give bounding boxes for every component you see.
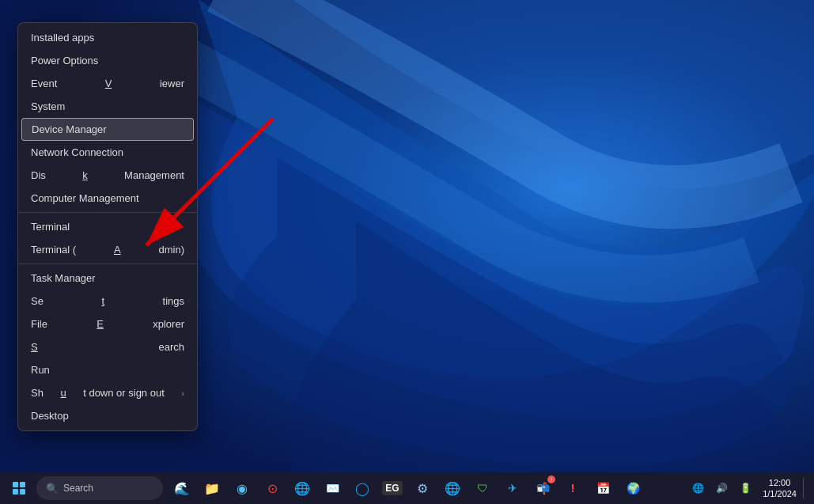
- menu-item-computer-management[interactable]: Computer Management: [18, 187, 197, 210]
- menu-item-device-manager[interactable]: Device Manager: [21, 118, 194, 141]
- menu-item-desktop[interactable]: Desktop: [18, 404, 197, 427]
- network-icon: 🌐: [692, 483, 704, 494]
- taskbar-search-label: Search: [63, 483, 93, 494]
- files-icon: 📁: [204, 481, 220, 496]
- menu-item-task-manager[interactable]: Task Manager: [18, 267, 197, 290]
- widgets-icon: 🌊: [174, 481, 190, 496]
- taskbar-badge-button[interactable]: 📬 !: [528, 474, 557, 502]
- taskbar-search[interactable]: 🔍 Search: [36, 476, 163, 500]
- menu-item-file-explorer[interactable]: File Explorer: [18, 313, 197, 335]
- taskbar-excl-button[interactable]: !: [558, 474, 587, 502]
- taskbar-calendar-app-button[interactable]: 📅: [589, 474, 617, 502]
- system-tray: 🌐 🔊 🔋 12:001/1/2024: [687, 477, 808, 499]
- steam-icon: ⚙: [417, 481, 428, 496]
- clock-display: 12:001/1/2024: [763, 477, 797, 500]
- taskbar-steam-button[interactable]: ⚙: [408, 474, 437, 502]
- ie-icon: 🌐: [445, 481, 460, 496]
- tray-network[interactable]: 🌐: [687, 477, 709, 499]
- telegram-icon: ✈: [508, 482, 517, 495]
- taskbar-files-button[interactable]: 📁: [198, 474, 226, 502]
- taskbar-chrome2-button[interactable]: 🌍: [619, 474, 647, 502]
- taskbar-edge-button[interactable]: ◉: [228, 474, 256, 502]
- menu-item-power-options[interactable]: Power Options: [18, 49, 197, 72]
- edge-icon: ◉: [237, 481, 248, 496]
- taskbar-chrome-button[interactable]: 🌐: [288, 474, 316, 502]
- taskbar-vpn-button[interactable]: 🛡: [468, 474, 497, 502]
- menu-item-terminal-admin[interactable]: Terminal (Admin): [18, 238, 197, 261]
- opera-icon: ⊙: [267, 481, 278, 496]
- desktop: Installed appsPower OptionsEvent ViewerS…: [0, 0, 814, 504]
- tray-battery[interactable]: 🔋: [734, 477, 756, 499]
- menu-item-installed-apps[interactable]: Installed apps: [18, 26, 197, 49]
- mail-icon: ✉️: [326, 482, 339, 495]
- menu-divider: [18, 263, 197, 264]
- epic-icon: EG: [382, 481, 402, 495]
- menu-item-settings[interactable]: Settings: [18, 290, 197, 313]
- menu-item-shut-down[interactable]: Shut down or sign out›: [18, 381, 197, 404]
- taskbar-ie-button[interactable]: 🌐: [438, 474, 467, 502]
- search-icon: 🔍: [46, 483, 59, 495]
- windows-icon: [13, 482, 25, 495]
- menu-item-event-viewer[interactable]: Event Viewer: [18, 72, 197, 95]
- submenu-arrow-icon: ›: [181, 388, 184, 398]
- show-desktop[interactable]: [803, 477, 808, 499]
- menu-divider: [18, 212, 197, 213]
- chrome2-icon: 🌍: [627, 482, 640, 495]
- menu-item-search[interactable]: Search: [18, 335, 197, 358]
- tray-volume[interactable]: 🔊: [710, 477, 733, 499]
- taskbar-epic-button[interactable]: EG: [378, 474, 407, 502]
- taskbar-opera-button[interactable]: ⊙: [258, 474, 286, 502]
- taskbar-widgets-button[interactable]: 🌊: [168, 474, 196, 502]
- battery-icon: 🔋: [740, 483, 752, 494]
- taskbar-cortana-button[interactable]: ◯: [348, 474, 377, 502]
- cortana-icon: ◯: [355, 481, 369, 496]
- calendar-icon: 📅: [596, 482, 610, 495]
- chrome-icon: 🌐: [294, 481, 310, 496]
- excl-icon: !: [571, 482, 575, 495]
- volume-icon: 🔊: [716, 483, 728, 494]
- menu-item-system[interactable]: System: [18, 95, 197, 118]
- tray-clock[interactable]: 12:001/1/2024: [758, 477, 801, 499]
- taskbar-telegram-button[interactable]: ✈: [498, 474, 527, 502]
- menu-item-terminal[interactable]: Terminal: [18, 215, 197, 238]
- badge-count: !: [547, 476, 555, 483]
- menu-item-network-connection[interactable]: Network Connection: [18, 141, 197, 164]
- taskbar: 🔍 Search 🌊 📁 ◉ ⊙ 🌐 ✉️ ◯ EG: [0, 472, 814, 504]
- menu-item-disk-management[interactable]: Disk Management: [18, 164, 197, 187]
- email-badge-icon: 📬: [536, 482, 550, 495]
- taskbar-mail-button[interactable]: ✉️: [318, 474, 346, 502]
- menu-item-run[interactable]: Run: [18, 358, 197, 381]
- start-button[interactable]: [6, 476, 32, 501]
- context-menu: Installed appsPower OptionsEvent ViewerS…: [17, 22, 198, 431]
- vpn-icon: 🛡: [477, 482, 488, 495]
